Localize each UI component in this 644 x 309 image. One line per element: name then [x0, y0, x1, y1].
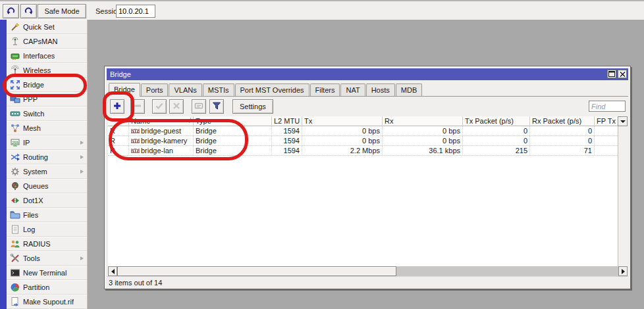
tab-hosts[interactable]: Hosts	[366, 83, 395, 96]
column-header-tx-packet[interactable]: Tx Packet (p/s)	[463, 116, 530, 126]
terminal-icon	[10, 268, 20, 278]
sidebar-item-new-terminal[interactable]: New Terminal	[7, 266, 87, 280]
bridge-window-titlebar[interactable]: Bridge	[107, 68, 628, 80]
horizontal-scrollbar[interactable]	[108, 266, 628, 276]
bridge-window-toolbar: Settings	[107, 97, 628, 116]
row-rx: 0 bps	[383, 136, 463, 145]
column-header-l2mtu[interactable]: L2 MTU	[272, 116, 302, 126]
filter-button[interactable]	[209, 99, 224, 114]
switch-icon	[10, 108, 20, 119]
session-input[interactable]	[116, 5, 155, 18]
tab-filters[interactable]: Filters	[310, 83, 340, 96]
sidebar-item-capsman[interactable]: CAPsMAN	[7, 34, 87, 49]
column-header-rx-packet[interactable]: Rx Packet (p/s)	[530, 116, 595, 126]
sidebar-item-ip[interactable]: 255 IP	[7, 135, 87, 150]
bridge-menu-icon	[10, 80, 20, 90]
sidebar-item-system[interactable]: System	[7, 164, 87, 179]
sidebar-item-label: Files	[23, 211, 38, 219]
maximize-button[interactable]	[607, 70, 616, 78]
column-header-name[interactable]: Name /	[129, 116, 194, 126]
sidebar-item-label: Switch	[23, 110, 44, 118]
funnel-icon	[212, 101, 221, 112]
maximize-icon	[608, 70, 615, 78]
sidebar-item-dot1x[interactable]: Dot1X	[7, 193, 87, 208]
tab-ports[interactable]: Ports	[141, 83, 169, 96]
sidebar-item-make-supout[interactable]: Make Supout.rif	[7, 295, 87, 309]
sidebar-item-partition[interactable]: Partition	[7, 280, 87, 295]
comment-icon	[194, 101, 203, 112]
tab-bridge[interactable]: Bridge	[109, 83, 140, 97]
column-header-flags[interactable]	[108, 116, 129, 126]
row-l2mtu: 1594	[272, 146, 302, 155]
status-text: 3 items out of 14	[109, 279, 162, 287]
row-rx-packet: 71	[530, 146, 595, 155]
row-flags: R	[108, 126, 129, 135]
sidebar-item-label: Log	[23, 226, 35, 233]
sidebar-item-interfaces[interactable]: Interfaces	[7, 49, 87, 63]
scroll-left-button[interactable]	[108, 266, 117, 276]
sidebar-item-label: Mesh	[23, 124, 41, 132]
settings-button[interactable]: Settings	[232, 99, 273, 114]
row-l2mtu: 1594	[272, 126, 302, 135]
sidebar-menu: Quick Set CAPsMAN Interfaces Wireless Br…	[7, 20, 88, 309]
scroll-right-button[interactable]	[618, 266, 628, 276]
sidebar-item-wireless[interactable]: Wireless	[7, 63, 87, 78]
vertical-scrollbar[interactable]	[618, 126, 628, 266]
safe-mode-button[interactable]: Safe Mode	[38, 4, 86, 18]
tab-mstis[interactable]: MSTIs	[203, 83, 234, 96]
close-button[interactable]	[618, 70, 627, 78]
redo-button[interactable]	[20, 4, 37, 18]
sidebar-item-switch[interactable]: Switch	[7, 107, 87, 121]
bridge-interface-icon	[131, 126, 140, 135]
sidebar-item-radius[interactable]: RADIUS	[7, 237, 87, 251]
sidebar-item-ppp[interactable]: PPP	[7, 92, 87, 107]
sidebar-item-mesh[interactable]: Mesh	[7, 121, 87, 135]
row-fp-tx	[595, 126, 618, 135]
table-row[interactable]: R bridge-kamery Bridge 1594 0 bps 0 bps …	[108, 136, 618, 146]
column-header-type[interactable]: Type	[194, 116, 272, 126]
column-header-fp-tx[interactable]: FP Tx	[595, 116, 618, 126]
sidebar-item-label: New Terminal	[23, 269, 67, 277]
sidebar-item-queues[interactable]: Queues	[7, 179, 87, 193]
undo-button[interactable]	[3, 4, 19, 18]
table-row[interactable]: R bridge-lan Bridge 1594 2.2 Mbps 36.1 k…	[108, 146, 618, 156]
arrow-left-icon	[111, 269, 115, 274]
horizontal-scrollbar-thumb[interactable]	[117, 266, 396, 276]
tab-mdb[interactable]: MDB	[396, 83, 422, 96]
sidebar-item-routing[interactable]: Routing	[7, 150, 87, 164]
column-header-rx[interactable]: Rx	[383, 116, 463, 126]
bridge-interface-icon	[131, 146, 140, 155]
mesh-icon	[10, 123, 20, 133]
comment-button[interactable]	[192, 99, 206, 114]
sidebar-item-label: Interfaces	[23, 52, 55, 60]
tab-vlans[interactable]: VLANs	[169, 83, 201, 96]
disable-button[interactable]	[169, 99, 184, 114]
column-header-tx[interactable]: Tx	[302, 116, 383, 126]
table-row[interactable]: R bridge-guest Bridge 1594 0 bps 0 bps 0…	[108, 126, 618, 136]
sidebar-item-tools[interactable]: Tools	[7, 251, 87, 266]
tab-nat[interactable]: NAT	[340, 83, 365, 96]
sidebar-item-label: Make Supout.rif	[23, 298, 74, 306]
capsman-icon	[10, 36, 20, 47]
sidebar-item-quick-set[interactable]: Quick Set	[7, 20, 87, 34]
ip-icon: 255	[10, 137, 20, 148]
find-input[interactable]	[589, 101, 626, 112]
column-selector-button[interactable]	[618, 116, 628, 126]
enable-button[interactable]	[152, 99, 167, 114]
sidebar-item-bridge[interactable]: Bridge	[7, 78, 87, 92]
cross-icon	[172, 101, 181, 112]
add-button[interactable]	[110, 99, 124, 114]
sidebar-item-files[interactable]: Files	[7, 208, 87, 222]
winbox-main-window: Safe Mode Session: Quick Set CAPsMAN Int…	[0, 0, 644, 309]
sidebar-item-label: Tools	[23, 254, 40, 262]
system-gear-icon	[10, 166, 20, 177]
sidebar-item-log[interactable]: Log	[7, 222, 87, 237]
submenu-arrow-icon	[80, 170, 84, 174]
routing-icon	[10, 152, 20, 162]
row-rx: 0 bps	[383, 126, 463, 135]
tab-port-mst-overrides[interactable]: Port MST Overrides	[235, 83, 309, 96]
remove-button[interactable]	[130, 99, 145, 114]
log-icon	[10, 224, 20, 235]
row-flags: R	[108, 136, 129, 145]
sort-ascending-icon: /	[189, 116, 191, 126]
